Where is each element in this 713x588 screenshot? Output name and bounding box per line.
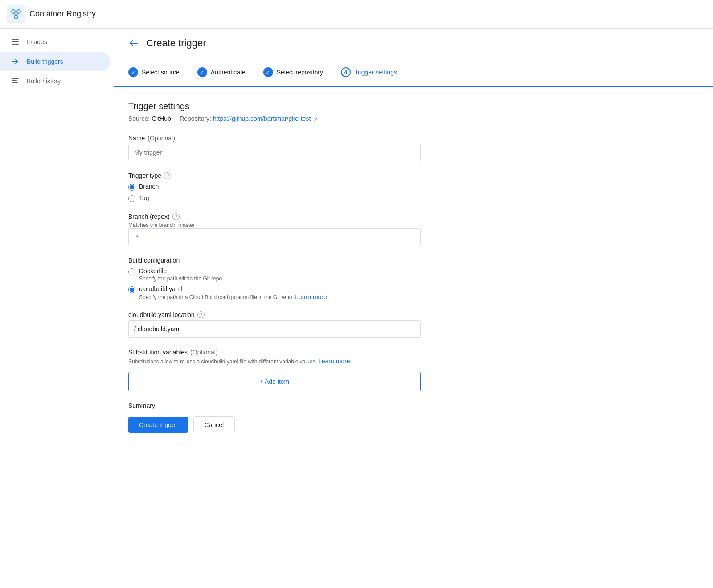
step-check-3: ✓	[263, 67, 273, 77]
cloudbuild-location-form-group: cloudbuild.yaml location ?	[128, 311, 421, 338]
back-button[interactable]	[128, 38, 139, 49]
cancel-button[interactable]: Cancel	[193, 416, 235, 433]
trigger-type-branch-label: Branch	[139, 183, 159, 190]
main-layout: Images Build triggers Build history	[0, 29, 713, 588]
branch-regex-label: Branch (regex) ?	[128, 213, 421, 220]
trigger-type-branch-radio[interactable]	[128, 184, 135, 191]
step-number-4: 4	[341, 67, 351, 77]
cloudbuild-location-input[interactable]	[128, 320, 421, 338]
build-config-dockerfile-radio[interactable]	[128, 268, 135, 275]
source-label: Source:	[128, 115, 152, 122]
create-trigger-button[interactable]: Create trigger	[128, 417, 188, 433]
trigger-type-form-group: Trigger type ? Branch Tag	[128, 172, 421, 202]
trigger-type-help-icon[interactable]: ?	[164, 172, 171, 179]
sidebar-item-build-triggers[interactable]: Build triggers	[0, 52, 110, 71]
content-area: Create trigger ✓ Select source ✓ Authent…	[114, 29, 713, 588]
build-config-radio-group: Dockerfile Specify the path within the G…	[128, 267, 421, 300]
add-item-button[interactable]: + Add item	[128, 372, 421, 391]
cloudbuild-label: cloudbuild.yaml	[139, 285, 327, 292]
step-select-repository: ✓ Select repository	[263, 67, 323, 77]
name-label: Name (Optional)	[128, 135, 421, 142]
trigger-type-tag-radio[interactable]	[128, 195, 135, 202]
repository-url[interactable]: https://github.com/bartimar/gke-test	[213, 115, 311, 122]
step-select-source: ✓ Select source	[128, 67, 180, 77]
trigger-type-branch-option[interactable]: Branch	[128, 183, 421, 191]
step-trigger-settings: 4 Trigger settings	[341, 67, 397, 77]
repository-label: Repository:	[180, 115, 213, 122]
trigger-type-tag-option[interactable]: Tag	[128, 194, 421, 202]
step-authenticate: ✓ Authenticate	[197, 67, 246, 77]
branch-regex-help-icon[interactable]: ?	[172, 213, 180, 220]
substitution-vars-label: Substitution variables (Optional)	[128, 349, 421, 356]
trigger-type-radio-group: Branch Tag	[128, 183, 421, 202]
arrow-right-icon	[11, 57, 20, 66]
external-link-icon: ↗	[313, 116, 318, 122]
summary-title: Summary	[128, 402, 421, 409]
sidebar: Images Build triggers Build history	[0, 29, 114, 588]
action-buttons: Create trigger Cancel	[128, 416, 421, 433]
svg-rect-10	[12, 78, 19, 79]
dockerfile-label: Dockerfile	[139, 267, 222, 275]
sidebar-item-build-triggers-label: Build triggers	[27, 58, 63, 65]
app-logo-icon	[7, 5, 25, 23]
sidebar-item-build-history[interactable]: Build history	[0, 71, 110, 91]
step-select-repository-label: Select repository	[277, 69, 323, 76]
build-config-form-group: Build configuration Dockerfile Specify t…	[128, 257, 421, 300]
svg-rect-9	[12, 44, 19, 45]
svg-rect-12	[12, 82, 18, 83]
sidebar-item-images-label: Images	[27, 38, 47, 45]
branch-regex-form-group: Branch (regex) ? Matches the branch: mas…	[128, 213, 421, 246]
step-select-source-label: Select source	[142, 69, 180, 76]
cloudbuild-location-label: cloudbuild.yaml location ?	[128, 311, 421, 318]
branch-regex-input[interactable]	[128, 228, 421, 246]
cloudbuild-learn-more-link[interactable]: Learn more	[295, 293, 327, 300]
dockerfile-option-content: Dockerfile Specify the path within the G…	[139, 267, 222, 282]
svg-rect-0	[7, 5, 25, 23]
substitution-vars-desc: Substitutions allow to re-use a cloudbui…	[128, 358, 421, 365]
svg-rect-8	[12, 41, 19, 42]
svg-rect-11	[12, 80, 17, 81]
list-icon	[11, 37, 20, 46]
trigger-type-tag-label: Tag	[139, 194, 149, 201]
svg-rect-7	[12, 39, 19, 40]
sidebar-item-images[interactable]: Images	[0, 32, 110, 52]
summary-section: Summary Create trigger Cancel	[128, 402, 421, 433]
branch-regex-hint: Matches the branch: master	[128, 222, 421, 228]
app-logo: Container Registry	[7, 5, 96, 23]
history-icon	[11, 77, 20, 86]
step-check-1: ✓	[128, 67, 138, 77]
step-trigger-settings-label: Trigger settings	[354, 69, 397, 76]
source-info: Source: GitHub Repository: https://githu…	[128, 115, 421, 122]
name-form-group: Name (Optional)	[128, 135, 421, 161]
top-bar: Container Registry	[0, 0, 713, 29]
page-header: Create trigger	[114, 29, 713, 58]
form-content: Trigger settings Source: GitHub Reposito…	[114, 87, 435, 458]
step-check-2: ✓	[197, 67, 207, 77]
form-section-title: Trigger settings	[128, 101, 421, 111]
step-authenticate-label: Authenticate	[211, 69, 246, 76]
sidebar-item-build-history-label: Build history	[27, 78, 61, 85]
build-config-label: Build configuration	[128, 257, 421, 264]
stepper: ✓ Select source ✓ Authenticate ✓ Select …	[114, 58, 713, 87]
name-input[interactable]	[128, 144, 421, 161]
build-config-dockerfile-option[interactable]: Dockerfile Specify the path within the G…	[128, 267, 421, 282]
substitution-learn-more-link[interactable]: Learn more	[318, 358, 350, 365]
cloudbuild-option-content: cloudbuild.yaml Specify the path to a Cl…	[139, 285, 327, 300]
build-config-cloudbuild-radio[interactable]	[128, 286, 135, 293]
trigger-type-label: Trigger type ?	[128, 172, 421, 179]
dockerfile-sub-label: Specify the path within the Git repo	[139, 275, 222, 282]
cloudbuild-sub-label: Specify the path to a Cloud Build config…	[139, 293, 327, 300]
app-title: Container Registry	[29, 9, 96, 19]
page-title: Create trigger	[146, 37, 206, 49]
source-value: GitHub	[152, 115, 171, 122]
substitution-vars-form-group: Substitution variables (Optional) Substi…	[128, 349, 421, 391]
build-config-cloudbuild-option[interactable]: cloudbuild.yaml Specify the path to a Cl…	[128, 285, 421, 300]
cloudbuild-location-help-icon[interactable]: ?	[197, 311, 205, 318]
